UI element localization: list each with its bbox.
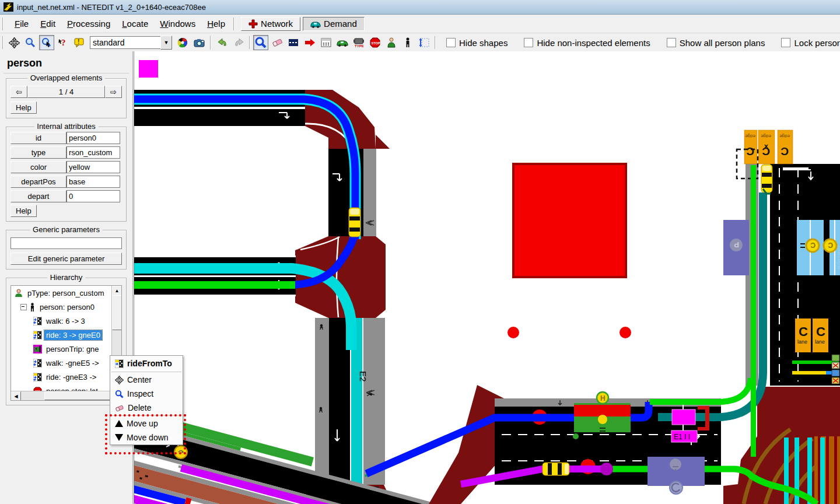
vehicle-yellow-horizontal[interactable] — [542, 463, 569, 475]
svg-text:edge: edge — [761, 134, 771, 139]
color-wheel-button[interactable] — [175, 35, 190, 50]
stop-mode-button[interactable]: STOP — [368, 35, 383, 50]
context-menu-delete[interactable]: Delete — [110, 401, 183, 415]
menu-locate[interactable]: Locate — [116, 17, 154, 30]
checkbox-show-person-plans[interactable]: Show all person plans — [667, 38, 765, 48]
purple-poi[interactable] — [600, 463, 613, 475]
checkbox-lock-person[interactable]: Lock person — [781, 38, 840, 48]
collapse-icon[interactable] — [20, 304, 27, 310]
menubar-grip[interactable] — [2, 18, 6, 30]
person-mode-button[interactable] — [400, 35, 415, 50]
route-green-right-vertical[interactable] — [751, 165, 756, 457]
vehicle-mode-button[interactable] — [335, 35, 350, 50]
tree-item-walk-1[interactable]: walk: 6 -> 3 — [11, 314, 121, 328]
edit-generic-parameter-button[interactable]: Edit generic parameter — [10, 253, 122, 265]
menu-help[interactable]: Help — [201, 17, 231, 30]
tree-item-persontrip[interactable]: personTrip: gne — [11, 342, 121, 356]
vehicle-type-mode-button[interactable]: TYPE — [351, 35, 366, 50]
attr-color-field[interactable] — [66, 161, 120, 173]
attributes-help-button[interactable]: Help — [10, 205, 37, 217]
attr-id-field[interactable] — [66, 132, 120, 144]
route-green-left[interactable] — [134, 281, 295, 289]
context-menu-center[interactable]: Center — [110, 373, 183, 387]
attr-departpos-button[interactable]: departPos — [10, 176, 66, 188]
toolbar-grip-2[interactable] — [249, 36, 250, 49]
attr-departpos-field[interactable] — [66, 176, 120, 188]
e1-detector[interactable]: E1 I I — [671, 405, 697, 442]
person-type-mode-button[interactable] — [384, 35, 399, 50]
checkbox-icon[interactable] — [781, 38, 790, 47]
junction-middle[interactable] — [295, 236, 386, 318]
combo-dropdown-icon[interactable]: ▼ — [160, 36, 172, 50]
overlapped-help-button[interactable]: Help — [10, 102, 37, 114]
scroll-left-icon[interactable]: ◀ — [11, 391, 21, 401]
person-plan-mode-button[interactable] — [416, 35, 432, 50]
previous-element-button[interactable]: ⇦ — [10, 86, 27, 98]
checkbox-icon[interactable] — [667, 38, 676, 47]
route-mode-button[interactable] — [302, 35, 317, 50]
snapshot-button[interactable] — [191, 35, 206, 50]
vehicle-yellow-vertical-2[interactable] — [761, 164, 772, 194]
checkbox-icon[interactable] — [446, 38, 456, 47]
generic-parameters-field[interactable] — [10, 237, 122, 249]
menu-edit[interactable]: Edit — [34, 17, 61, 30]
horizontal-scroll-thumb[interactable] — [44, 391, 112, 400]
toolbar-grip-3[interactable] — [435, 36, 436, 49]
magenta-poi[interactable] — [139, 60, 158, 78]
menu-windows[interactable]: Windows — [154, 17, 201, 30]
red-poi-right[interactable] — [620, 327, 631, 338]
tree-item-ride-2[interactable]: ride: -gneE3 -> — [11, 370, 121, 384]
red-poi-left[interactable] — [508, 327, 519, 338]
tree-item-ptype[interactable]: pType: person_custom — [11, 286, 121, 300]
whats-this-button[interactable]: ? — [55, 35, 71, 50]
tree-item-person[interactable]: person: person0 — [11, 300, 121, 314]
hierarchy-tree[interactable]: pType: person_custom person: person0 wal… — [10, 285, 122, 401]
center-icon — [115, 376, 124, 384]
attr-depart-field[interactable] — [66, 190, 120, 202]
attr-type-field[interactable] — [66, 146, 120, 159]
attr-depart-button[interactable]: depart — [10, 190, 66, 202]
delete-mode-button[interactable] — [270, 35, 285, 50]
tree-item-ride-selected[interactable]: ride: 3 -> gneE0 — [11, 328, 121, 342]
undo-button[interactable] — [215, 35, 230, 50]
inspect-mode-button[interactable] — [253, 35, 268, 50]
attr-id-button[interactable]: id — [10, 132, 66, 144]
network-mode-button[interactable]: Network — [241, 17, 300, 31]
parking-area-right[interactable]: P — [723, 220, 749, 275]
attr-type-button[interactable]: type — [10, 146, 66, 159]
view-preset-value[interactable]: standard — [90, 36, 160, 49]
scroll-up-icon[interactable]: ▲ — [112, 286, 122, 296]
vertical-scroll-thumb[interactable] — [112, 295, 122, 330]
network-view[interactable]: E2 — [134, 51, 840, 504]
next-element-button[interactable]: ⇨ — [105, 86, 122, 98]
overlapped-elements-group: Overlapped elements ⇦ 1 / 4 ⇨ Help — [6, 78, 127, 118]
edge-horizontal-left[interactable] — [134, 256, 296, 296]
menu-file[interactable]: File — [9, 17, 34, 30]
network-canvas[interactable]: E2 — [134, 51, 840, 504]
checkbox-hide-noninspected[interactable]: Hide non-inspected elements — [524, 38, 650, 48]
zoom-cursor-button[interactable] — [39, 35, 54, 50]
modebar-grip[interactable] — [233, 18, 237, 30]
hierarchy-horizontal-scrollbar[interactable]: ◀ — [11, 391, 112, 400]
attr-color-button[interactable]: color — [10, 161, 66, 173]
tree-item-walk-2[interactable]: walk: -gneE5 -> — [11, 356, 121, 370]
toolbar-grip-1[interactable] — [2, 36, 4, 49]
context-menu-inspect[interactable]: Inspect — [110, 387, 183, 401]
view-preset-combo[interactable]: standard ▼ — [90, 36, 172, 49]
route-green-curve[interactable] — [650, 378, 751, 402]
redo-button[interactable] — [231, 35, 246, 50]
menu-processing[interactable]: Processing — [61, 17, 116, 30]
checkbox-icon[interactable] — [524, 38, 533, 47]
parking-area-bottom[interactable] — [648, 457, 705, 494]
red-polygon[interactable] — [513, 164, 626, 277]
demand-mode-button[interactable]: Demand — [303, 17, 365, 31]
container-stops-top[interactable]: edge edge edge C C C — [744, 130, 793, 164]
charging-stations[interactable]: C C — [797, 220, 840, 275]
additional-mode-button[interactable] — [318, 35, 334, 50]
vehicle-yellow-vertical-1[interactable] — [349, 208, 360, 237]
zoom-button[interactable] — [23, 35, 38, 50]
messages-button[interactable]: ! — [72, 35, 87, 50]
move-mode-button[interactable] — [286, 35, 301, 50]
checkbox-hide-shapes[interactable]: Hide shapes — [446, 38, 508, 48]
move-view-button[interactable] — [6, 35, 22, 50]
